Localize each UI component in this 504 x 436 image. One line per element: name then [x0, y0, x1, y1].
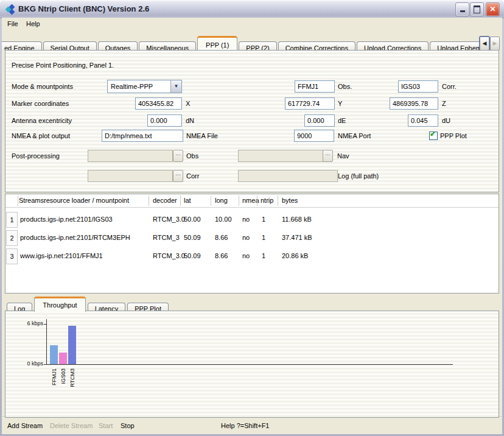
checkmark-icon: ✔	[430, 130, 436, 138]
cell-nmea[interactable]: no	[242, 216, 250, 223]
pp-log-label: Log (full path)	[338, 170, 379, 182]
y-coordinate-field[interactable]: 617729.74	[285, 97, 335, 110]
pp-nav-file-field[interactable]	[238, 150, 323, 162]
tab-upload-ephemeris[interactable]: Upload Ephemeris	[430, 41, 485, 50]
menu-help[interactable]: Help	[26, 20, 40, 27]
ppp-plot-checkbox[interactable]: ✔	[429, 132, 438, 140]
pp-obs-browse-button[interactable]: ...	[173, 150, 183, 162]
header-lat: lat	[184, 197, 191, 204]
cell-long[interactable]: 10.00	[215, 216, 232, 223]
tab-combine-corrections[interactable]: Combine Corrections	[278, 41, 355, 50]
minimize-icon	[460, 10, 465, 12]
pp-nav-browse-button[interactable]: ...	[323, 150, 333, 162]
x-label-ffmj1: FFMJ1	[51, 368, 57, 389]
pp-corr-browse-button[interactable]: ...	[173, 170, 183, 182]
cell-source[interactable]: products.igs-ip.net:2101/IGS03	[20, 216, 113, 223]
main-tab-bar: ed EngineSerial OutputOutagesMiscellaneo…	[2, 36, 485, 50]
tab-throughput[interactable]: Throughput	[34, 297, 85, 312]
tab-scroll-left-button[interactable]: ◀	[480, 37, 489, 51]
mode-mountpoints-label: Mode & mountpoints	[12, 80, 73, 93]
cell-decoder[interactable]: RTCM_3.0	[153, 252, 185, 259]
tab-feed-engine[interactable]: ed Engine	[2, 41, 42, 50]
tab-scroll-right-button[interactable]: ▶	[490, 37, 500, 51]
y-label: Y	[338, 97, 342, 110]
obs-mountpoint-field[interactable]: FFMJ1	[295, 80, 335, 93]
title-bar[interactable]: BKG Ntrip Client (BNC) Version 2.6 ✕	[0, 0, 504, 18]
pp-obs-file-field[interactable]	[88, 150, 173, 162]
tab-upload-corrections[interactable]: Upload Corrections	[357, 41, 429, 50]
start-button[interactable]: Start	[99, 422, 113, 429]
nmea-file-field[interactable]: D:/tmp/nmea.txt	[102, 130, 183, 142]
minimize-button[interactable]	[455, 2, 469, 16]
window-title: BKG Ntrip Client (BNC) Version 2.6	[18, 4, 149, 13]
delete-stream-button[interactable]: Delete Stream	[50, 422, 93, 429]
pp-corr-file-field[interactable]	[88, 170, 173, 182]
bar-igs03	[59, 353, 67, 364]
z-coordinate-field[interactable]: 4869395.78	[390, 97, 438, 110]
cell-bytes[interactable]: 37.471 kB	[282, 234, 312, 241]
column-divider	[180, 195, 181, 206]
tab-ppp-1[interactable]: PPP (1)	[197, 36, 237, 50]
cell-long[interactable]: 8.66	[215, 252, 228, 259]
stop-button[interactable]: Stop	[121, 422, 135, 429]
x-label-igs03: IGS03	[60, 368, 66, 389]
tab-serial-output[interactable]: Serial Output	[43, 41, 97, 50]
menu-file[interactable]: File	[7, 20, 18, 27]
de-label: dE	[338, 114, 346, 127]
pp-corr-label: Corr	[186, 170, 199, 182]
cell-decoder[interactable]: RTCM_3	[153, 234, 180, 241]
x-label: X	[186, 97, 190, 110]
row-header-2[interactable]: 2	[6, 230, 18, 246]
cell-ntrip[interactable]: 1	[262, 216, 265, 223]
streams-table: Streams: resource loader / mountpoint de…	[5, 194, 499, 294]
corr-mountpoint-field[interactable]: IGS03	[398, 80, 438, 93]
z-label: Z	[442, 97, 446, 110]
ppp-panel: Precise Point Positioning, Panel 1. Mode…	[5, 50, 499, 192]
help-button[interactable]: Help ?=Shift+F1	[221, 422, 270, 429]
cell-source[interactable]: products.igs-ip.net:2101/RTCM3EPH	[20, 234, 130, 241]
maximize-button[interactable]	[470, 2, 484, 16]
nmea-port-field[interactable]: 9000	[294, 130, 334, 142]
x-coordinate-field[interactable]: 4053455.82	[135, 97, 182, 110]
column-divider	[149, 195, 149, 206]
header-ntrip: ntrip	[261, 197, 273, 204]
bar-rtcm3	[68, 326, 76, 364]
cell-decoder[interactable]: RTCM_3.0	[153, 216, 185, 223]
menu-bar: File Help	[2, 18, 502, 32]
close-button[interactable]: ✕	[486, 2, 500, 16]
row-header-3[interactable]: 3	[6, 248, 18, 264]
cell-bytes[interactable]: 11.668 kB	[282, 216, 312, 223]
tab-ppp-2[interactable]: PPP (2)	[239, 41, 276, 50]
bar-ffmj1	[50, 345, 58, 364]
cell-lat[interactable]: 50.09	[184, 252, 201, 259]
de-field[interactable]: 0.000	[304, 114, 335, 127]
pp-log-file-field[interactable]	[238, 170, 338, 182]
arrow-left-icon: ◀	[483, 40, 487, 46]
cell-lat[interactable]: 50.00	[184, 216, 201, 223]
dn-field[interactable]: 0.000	[147, 114, 182, 127]
post-processing-label: Post-processing	[12, 150, 60, 162]
add-stream-button[interactable]: Add Stream	[7, 422, 43, 429]
cell-long[interactable]: 8.66	[215, 234, 228, 241]
chevron-down-icon: ▼	[170, 80, 181, 93]
du-label: dU	[442, 114, 450, 127]
cell-source[interactable]: www.igs-ip.net:2101/FFMJ1	[20, 252, 103, 259]
du-field[interactable]: 0.045	[408, 114, 438, 127]
cell-bytes[interactable]: 20.86 kB	[282, 252, 308, 259]
column-divider	[239, 195, 239, 206]
tab-miscellaneous[interactable]: Miscellaneous	[139, 41, 196, 50]
app-window: BKG Ntrip Client (BNC) Version 2.6 ✕ Fil…	[0, 0, 504, 436]
column-divider	[257, 195, 257, 206]
cell-nmea[interactable]: no	[242, 252, 250, 259]
header-source: resource loader / mountpoint	[44, 197, 129, 204]
cell-ntrip[interactable]: 1	[262, 252, 265, 259]
y-axis	[46, 319, 47, 364]
nmea-port-label: NMEA Port	[338, 130, 371, 142]
ppp-plot-label: PPP Plot	[440, 130, 467, 142]
mode-combobox[interactable]: Realtime-PPP ▼	[107, 80, 182, 93]
row-header-1[interactable]: 1	[6, 212, 18, 228]
tab-outages[interactable]: Outages	[98, 41, 138, 50]
cell-nmea[interactable]: no	[242, 234, 250, 241]
cell-lat[interactable]: 50.09	[184, 234, 201, 241]
cell-ntrip[interactable]: 1	[262, 234, 265, 241]
